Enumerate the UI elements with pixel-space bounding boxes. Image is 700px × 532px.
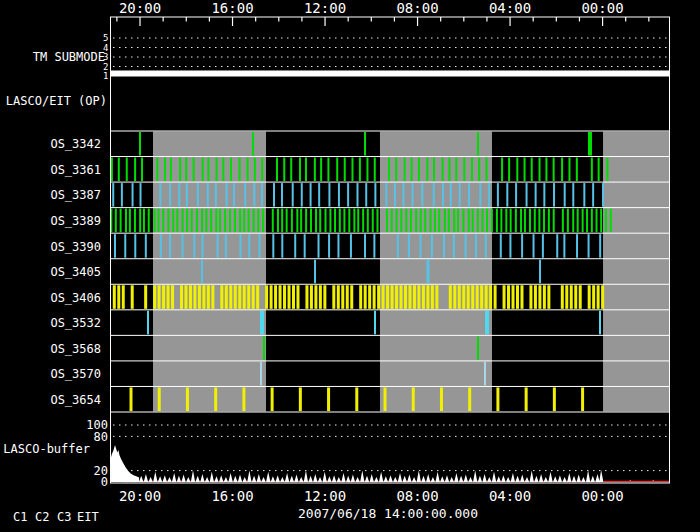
- event-tick: [515, 209, 517, 233]
- event-bar: [507, 285, 510, 309]
- event-tick: [229, 209, 231, 233]
- row-label: OS_3387: [50, 188, 101, 202]
- event-bar: [368, 285, 371, 309]
- event-bar: [171, 285, 174, 309]
- event-tick: [366, 158, 368, 182]
- event-tick: [453, 209, 455, 233]
- event-bar: [184, 285, 187, 309]
- tm-submode-value-bar: [110, 71, 670, 77]
- event-bar: [471, 285, 474, 309]
- event-tick: [327, 387, 330, 411]
- event-tick: [424, 209, 426, 233]
- event-tick: [350, 234, 352, 258]
- event-tick: [290, 158, 292, 182]
- event-bar: [341, 285, 344, 309]
- event-bar: [144, 285, 147, 309]
- event-tick: [374, 183, 376, 207]
- event-tick: [448, 209, 450, 233]
- event-tick: [485, 234, 487, 258]
- event-bar: [494, 285, 497, 309]
- event-bar: [382, 285, 385, 309]
- event-bar: [346, 285, 349, 309]
- event-bar: [288, 285, 291, 309]
- event-tick: [247, 158, 249, 182]
- event-tick: [357, 209, 359, 233]
- event-tick: [185, 158, 187, 182]
- event-tick: [491, 209, 493, 233]
- event-tick: [543, 183, 545, 207]
- event-tick: [486, 158, 488, 182]
- event-tick: [315, 209, 317, 233]
- event-tick: [431, 234, 433, 258]
- event-bar: [247, 285, 250, 309]
- event-tick: [599, 234, 601, 258]
- event-bar: [512, 285, 515, 309]
- event-tick: [531, 158, 533, 182]
- event-bar: [529, 285, 532, 309]
- event-tick: [576, 158, 578, 182]
- event-tick: [362, 209, 364, 233]
- event-tick: [396, 209, 398, 233]
- event-tick: [260, 362, 262, 386]
- event-tick: [591, 158, 593, 182]
- event-tick: [553, 158, 555, 182]
- axis-label: 08:00: [396, 488, 438, 504]
- event-tick: [602, 183, 604, 207]
- event-tick: [356, 183, 358, 207]
- event-bar: [597, 285, 600, 309]
- event-bar: [305, 285, 308, 309]
- event-bar: [122, 285, 125, 309]
- event-tick: [201, 209, 203, 233]
- event-bar: [153, 285, 156, 309]
- event-tick: [253, 183, 255, 207]
- event-tick: [564, 183, 566, 207]
- event-tick: [588, 234, 590, 258]
- event-tick: [359, 158, 361, 182]
- event-tick: [444, 209, 446, 233]
- event-bar: [467, 285, 470, 309]
- event-tick: [310, 183, 312, 207]
- event-bar: [386, 285, 389, 309]
- event-tick: [348, 209, 350, 233]
- event-tick: [129, 209, 131, 233]
- event-tick: [318, 234, 320, 258]
- event-tick: [139, 209, 141, 233]
- event-tick: [563, 234, 565, 258]
- lasco-eit-op-label: LASCO/EIT (OP): [6, 94, 107, 108]
- event-tick: [140, 183, 142, 207]
- event-tick: [201, 260, 203, 284]
- y-tick-label: 4: [103, 43, 108, 53]
- event-tick: [112, 183, 114, 207]
- event-tick: [572, 209, 574, 233]
- event-bar: [543, 285, 546, 309]
- event-tick: [524, 158, 526, 182]
- event-tick: [442, 183, 444, 207]
- event-tick: [139, 132, 141, 156]
- event-tick: [159, 183, 161, 207]
- event-tick: [261, 183, 263, 207]
- event-tick: [257, 209, 259, 233]
- event-bar: [404, 285, 407, 309]
- event-bar: [225, 285, 228, 309]
- event-tick: [181, 234, 183, 258]
- event-tick: [521, 234, 523, 258]
- event-bar: [476, 285, 479, 309]
- event-bar: [337, 285, 340, 309]
- event-bar: [574, 285, 577, 309]
- event-tick: [271, 387, 274, 411]
- axis-label: 20:00: [119, 0, 161, 16]
- event-tick: [118, 158, 120, 182]
- event-tick: [141, 158, 143, 182]
- event-tick: [463, 158, 465, 182]
- event-tick: [374, 311, 376, 335]
- row-label: OS_3389: [50, 214, 101, 228]
- event-tick: [438, 209, 440, 233]
- os-row-labels: OS_3342 OS_3361 OS_3387 OS_3389 OS_3390 …: [50, 137, 101, 406]
- event-tick: [157, 209, 159, 233]
- event-tick: [500, 234, 502, 258]
- event-tick: [337, 234, 339, 258]
- event-bar: [310, 285, 313, 309]
- event-tick: [497, 183, 499, 207]
- event-tick: [477, 336, 479, 360]
- event-tick: [477, 132, 479, 156]
